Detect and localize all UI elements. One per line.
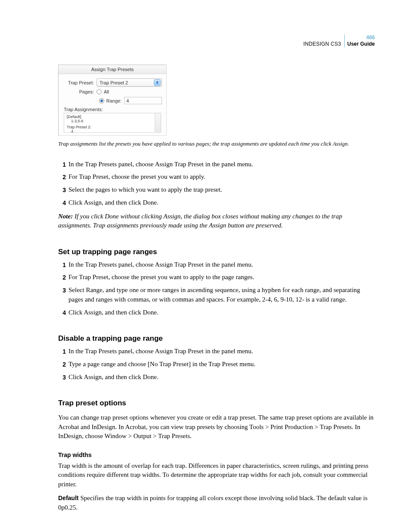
list-item: [Default] (67, 115, 158, 119)
step-text: Click Assign, and then click Done. (68, 373, 375, 382)
step-text: Select Range, and type one or more range… (68, 286, 375, 305)
heading-trap-preset-options: Trap preset options (58, 398, 375, 409)
step-text: In the Trap Presets panel, choose Assign… (68, 160, 375, 169)
default-paragraph: DefaultSpecifies the trap width in point… (58, 494, 375, 513)
figure-assign-trap-presets: Assign Trap Presets Trap Preset: Trap Pr… (58, 65, 375, 148)
header-subtitle: User Guide (347, 41, 375, 47)
list-item: 1-3,5-6 (67, 119, 158, 123)
dialog-title: Assign Trap Presets (59, 65, 166, 74)
default-body: Specifies the trap width in points for t… (58, 495, 367, 511)
runin-default-label: Default (58, 495, 78, 501)
step-text: For Trap Preset, choose the preset you w… (68, 172, 375, 182)
steps-disable-page-range: 1In the Trap Presets panel, choose Assig… (58, 347, 375, 382)
trap-assignments-label: Trap Assignments: (64, 107, 162, 112)
pages-range-label: Range: (106, 98, 121, 103)
page-header: INDESIGN CS3 466 User Guide (303, 34, 375, 47)
options-intro-paragraph: You can change trap preset options whene… (58, 413, 375, 441)
pages-label: Pages: (63, 89, 97, 94)
step-text: Click Assign, and then click Done. (68, 308, 375, 317)
dropdown-arrows-icon (154, 79, 161, 86)
pages-range-input[interactable]: 4 (124, 97, 162, 104)
subheading-trap-widths: Trap widths (58, 451, 375, 459)
step-text: Click Assign, and then click Done. (68, 198, 375, 208)
header-product: INDESIGN CS3 (303, 41, 341, 47)
trap-preset-value: Trap Preset 2 (100, 80, 128, 85)
trap-preset-dropdown[interactable]: Trap Preset 2 (97, 78, 162, 87)
dialog-assign-trap-presets: Assign Trap Presets Trap Preset: Trap Pr… (58, 65, 167, 136)
steps-assign-trap-preset: 1In the Trap Presets panel, choose Assig… (58, 160, 375, 208)
pages-all-label: All (104, 89, 109, 94)
trap-preset-label: Trap Preset: (63, 80, 97, 85)
header-page-number: 466 (366, 34, 375, 40)
pages-range-radio[interactable] (99, 98, 104, 103)
trap-widths-paragraph: Trap width is the amount of overlap for … (58, 461, 375, 489)
note-paragraph: Note: If you click Done without clicking… (58, 212, 375, 231)
list-item: 4 (67, 129, 158, 134)
note-body: If you click Done without clicking Assig… (58, 213, 342, 229)
step-text: In the Trap Presets panel, choose Assign… (68, 260, 375, 270)
step-text: Type a page range and choose [No Trap Pr… (68, 360, 375, 369)
steps-setup-page-ranges: 1In the Trap Presets panel, choose Assig… (58, 260, 375, 317)
step-text: For Trap Preset, choose the preset you w… (68, 273, 375, 282)
heading-disable-page-range: Disable a trapping page range (58, 333, 375, 344)
figure-caption: Trap assignments list the presets you ha… (58, 140, 375, 148)
trap-assignments-list[interactable]: [Default] 1-3,5-6 Trap Preset 2: 4 (64, 113, 161, 133)
step-text: In the Trap Presets panel, choose Assign… (68, 347, 375, 356)
note-label: Note: (58, 213, 73, 220)
scrollbar[interactable] (155, 113, 161, 132)
list-item: Trap Preset 2: (67, 125, 158, 129)
step-text: Select the pages to which you want to ap… (68, 185, 375, 195)
pages-all-radio[interactable] (97, 89, 102, 94)
heading-setup-page-ranges: Set up trapping page ranges (58, 247, 375, 258)
